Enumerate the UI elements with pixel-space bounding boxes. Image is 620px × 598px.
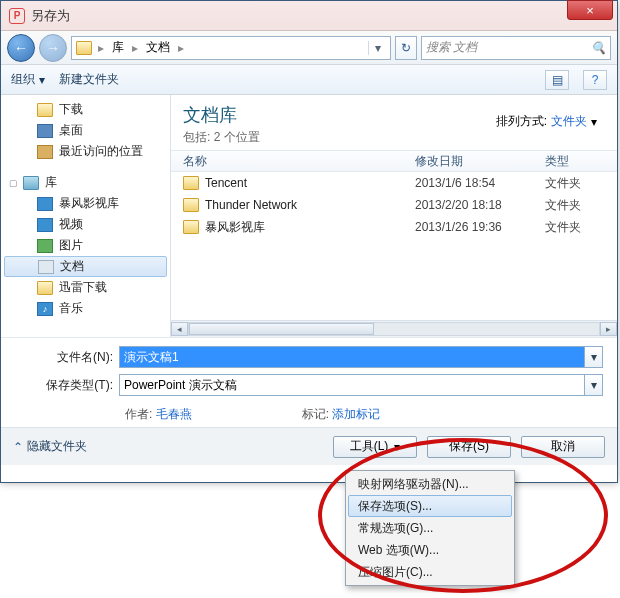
filename-input[interactable] [119,346,585,368]
close-button[interactable]: × [567,0,613,20]
chevron-down-icon: ▾ [39,73,45,87]
recent-icon [37,145,53,159]
refresh-icon: ↻ [401,41,411,55]
chevron-right-icon: ▸ [130,41,140,55]
list-item[interactable]: Thunder Network2013/2/20 18:18文件夹 [171,194,617,216]
arrow-right-icon: → [46,40,60,56]
refresh-button[interactable]: ↻ [395,36,417,60]
arrow-left-icon: ← [14,40,28,56]
sidebar-item-music[interactable]: ♪音乐 [1,298,170,319]
documents-icon [38,260,54,274]
sidebar-item-library[interactable]: ▢库 [1,172,170,193]
tools-button[interactable]: 工具(L) ▾ [333,436,417,458]
button-bar: ⌃隐藏文件夹 工具(L) ▾ 保存(S) 取消 [1,427,617,465]
list-item[interactable]: 暴风影视库2013/1/26 19:36文件夹 [171,216,617,238]
chevron-down-icon: ▾ [394,440,400,454]
search-placeholder: 搜索 文档 [426,39,477,56]
sort-control[interactable]: 排列方式: 文件夹 ▾ [496,113,597,130]
sidebar-item-desktop[interactable]: 桌面 [1,120,170,141]
breadcrumb[interactable]: 库 [110,39,126,56]
dialog-title: 另存为 [31,7,567,25]
hide-folders-button[interactable]: ⌃隐藏文件夹 [13,438,87,455]
menu-item-web-options[interactable]: Web 选项(W)... [348,539,512,561]
menu-item-save-options[interactable]: 保存选项(S)... [348,495,512,517]
folder-icon [183,220,199,234]
col-date[interactable]: 修改日期 [415,153,545,170]
tag-value[interactable]: 添加标记 [332,407,380,421]
chevron-right-icon: ▸ [176,41,186,55]
cancel-button[interactable]: 取消 [521,436,605,458]
sidebar-item-video[interactable]: 视频 [1,214,170,235]
filename-dropdown[interactable]: ▾ [585,346,603,368]
body-split: 下载 桌面 最近访问的位置 ▢库 暴风影视库 视频 图片 文档 迅雷下载 ♪音乐… [1,95,617,337]
menu-item-general-options[interactable]: 常规选项(G)... [348,517,512,539]
back-button[interactable]: ← [7,34,35,62]
search-input[interactable]: 搜索 文档 🔍 [421,36,611,60]
tag-label: 标记: [302,407,329,421]
pictures-icon [37,239,53,253]
library-icon [23,176,39,190]
filetype-select[interactable] [119,374,585,396]
organize-button[interactable]: 组织 ▾ [11,71,45,88]
chevron-up-icon: ⌃ [13,440,23,454]
col-name[interactable]: 名称 [183,153,415,170]
filetype-dropdown[interactable]: ▾ [585,374,603,396]
scroll-right-button[interactable]: ▸ [600,322,617,336]
titlebar[interactable]: P 另存为 × [1,1,617,31]
sidebar-item-recent[interactable]: 最近访问的位置 [1,141,170,162]
list-item[interactable]: Tencent2013/1/6 18:54文件夹 [171,172,617,194]
address-bar[interactable]: ▸ 库 ▸ 文档 ▸ ▾ [71,36,391,60]
menu-item-map-drive[interactable]: 映射网络驱动器(N)... [348,473,512,495]
chevron-right-icon: ▸ [96,41,106,55]
view-button[interactable]: ▤ [545,70,569,90]
filetype-label: 保存类型(T): [15,377,119,394]
tools-menu: 映射网络驱动器(N)... 保存选项(S)... 常规选项(G)... Web … [345,470,515,586]
folder-icon [76,41,92,55]
save-button[interactable]: 保存(S) [427,436,511,458]
folder-icon [37,281,53,295]
file-list-pane: 文档库 包括: 2 个位置 排列方式: 文件夹 ▾ 名称 修改日期 类型 Ten… [171,95,617,337]
scroll-thumb[interactable] [189,323,374,335]
scroll-left-button[interactable]: ◂ [171,322,188,336]
column-headers[interactable]: 名称 修改日期 类型 [171,150,617,172]
scroll-track[interactable] [188,322,600,336]
sidebar-item-downloads[interactable]: 下载 [1,99,170,120]
video-lib-icon [37,197,53,211]
col-type[interactable]: 类型 [545,153,605,170]
sidebar-item-documents[interactable]: 文档 [4,256,167,277]
author-label: 作者: [125,407,152,421]
library-subtitle: 包括: 2 个位置 [183,129,605,146]
app-icon: P [9,8,25,24]
horizontal-scrollbar[interactable]: ◂ ▸ [171,320,617,337]
close-icon: × [586,4,594,17]
filename-label: 文件名(N): [15,349,119,366]
toolbar: 组织 ▾ 新建文件夹 ▤ ? [1,65,617,95]
nav-row: ← → ▸ 库 ▸ 文档 ▸ ▾ ↻ 搜索 文档 🔍 [1,31,617,65]
search-icon: 🔍 [591,41,606,55]
video-icon [37,218,53,232]
sort-value[interactable]: 文件夹 [551,113,587,130]
save-as-dialog: P 另存为 × ← → ▸ 库 ▸ 文档 ▸ ▾ ↻ 搜索 文档 🔍 组织 ▾ … [0,0,618,483]
breadcrumb[interactable]: 文档 [144,39,172,56]
forward-button[interactable]: → [39,34,67,62]
chevron-down-icon: ▾ [591,115,597,129]
form-area: 文件名(N): ▾ 保存类型(T): ▾ 作者: 毛春燕 标记: 添加标记 [1,337,617,427]
sidebar-item-pictures[interactable]: 图片 [1,235,170,256]
tree-collapse-icon[interactable]: ▢ [9,178,18,188]
nav-tree[interactable]: 下载 桌面 最近访问的位置 ▢库 暴风影视库 视频 图片 文档 迅雷下载 ♪音乐 [1,95,171,337]
help-button[interactable]: ? [583,70,607,90]
sidebar-item-xunlei[interactable]: 迅雷下载 [1,277,170,298]
menu-item-compress-pictures[interactable]: 压缩图片(C)... [348,561,512,583]
music-icon: ♪ [37,302,53,316]
folder-icon [37,103,53,117]
author-value[interactable]: 毛春燕 [156,407,192,421]
new-folder-button[interactable]: 新建文件夹 [59,71,119,88]
sidebar-item-baofeng[interactable]: 暴风影视库 [1,193,170,214]
desktop-icon [37,124,53,138]
folder-icon [183,176,199,190]
address-dropdown[interactable]: ▾ [368,41,386,55]
folder-icon [183,198,199,212]
